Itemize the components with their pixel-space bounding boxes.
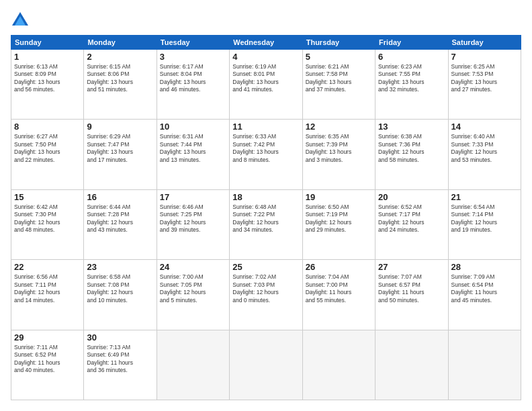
- day-info: Sunrise: 7:00 AM Sunset: 7:05 PM Dayligh…: [160, 273, 226, 304]
- day-cell: 1Sunrise: 6:13 AM Sunset: 8:09 PM Daylig…: [11, 50, 84, 120]
- day-info: Sunrise: 6:21 AM Sunset: 7:58 PM Dayligh…: [306, 63, 372, 94]
- day-number: 10: [160, 122, 226, 132]
- day-info: Sunrise: 6:56 AM Sunset: 7:11 PM Dayligh…: [14, 273, 81, 304]
- day-number: 23: [87, 262, 153, 272]
- day-cell: [448, 330, 521, 400]
- day-info: Sunrise: 6:35 AM Sunset: 7:39 PM Dayligh…: [306, 133, 372, 164]
- day-info: Sunrise: 6:13 AM Sunset: 8:09 PM Dayligh…: [14, 63, 81, 94]
- calendar-table: SundayMondayTuesdayWednesdayThursdayFrid…: [11, 35, 521, 400]
- day-number: 25: [232, 262, 299, 272]
- day-info: Sunrise: 6:15 AM Sunset: 8:06 PM Dayligh…: [87, 63, 153, 94]
- day-header-monday: Monday: [84, 36, 157, 50]
- day-number: 1: [14, 52, 81, 62]
- day-header-friday: Friday: [375, 36, 448, 50]
- day-info: Sunrise: 6:50 AM Sunset: 7:19 PM Dayligh…: [306, 203, 372, 234]
- week-row-1: 8Sunrise: 6:27 AM Sunset: 7:50 PM Daylig…: [11, 120, 521, 189]
- day-cell: 9Sunrise: 6:29 AM Sunset: 7:47 PM Daylig…: [84, 120, 157, 189]
- day-cell: 25Sunrise: 7:02 AM Sunset: 7:03 PM Dayli…: [230, 260, 302, 330]
- day-header-saturday: Saturday: [448, 36, 521, 50]
- day-header-tuesday: Tuesday: [157, 36, 229, 50]
- day-info: Sunrise: 6:48 AM Sunset: 7:22 PM Dayligh…: [232, 203, 299, 234]
- day-number: 4: [232, 52, 299, 62]
- day-cell: 5Sunrise: 6:21 AM Sunset: 7:58 PM Daylig…: [302, 50, 375, 120]
- day-number: 28: [451, 262, 518, 272]
- day-info: Sunrise: 6:42 AM Sunset: 7:30 PM Dayligh…: [14, 203, 81, 234]
- week-row-4: 29Sunrise: 7:11 AM Sunset: 6:52 PM Dayli…: [11, 330, 521, 400]
- day-number: 16: [87, 192, 153, 202]
- day-cell: 20Sunrise: 6:52 AM Sunset: 7:17 PM Dayli…: [375, 189, 448, 259]
- logo-icon: [11, 11, 30, 30]
- day-info: Sunrise: 7:13 AM Sunset: 6:49 PM Dayligh…: [87, 344, 153, 375]
- day-cell: [230, 330, 302, 400]
- day-info: Sunrise: 7:04 AM Sunset: 7:00 PM Dayligh…: [306, 273, 372, 304]
- day-number: 22: [14, 262, 81, 272]
- day-info: Sunrise: 6:17 AM Sunset: 8:04 PM Dayligh…: [160, 63, 226, 94]
- day-cell: 7Sunrise: 6:25 AM Sunset: 7:53 PM Daylig…: [448, 50, 521, 120]
- day-cell: [157, 330, 229, 400]
- day-number: 21: [451, 192, 518, 202]
- day-info: Sunrise: 6:23 AM Sunset: 7:55 PM Dayligh…: [378, 63, 445, 94]
- day-cell: 3Sunrise: 6:17 AM Sunset: 8:04 PM Daylig…: [157, 50, 229, 120]
- day-cell: [302, 330, 375, 400]
- page: SundayMondayTuesdayWednesdayThursdayFrid…: [0, 0, 532, 411]
- day-info: Sunrise: 7:11 AM Sunset: 6:52 PM Dayligh…: [14, 344, 81, 375]
- day-cell: 11Sunrise: 6:33 AM Sunset: 7:42 PM Dayli…: [230, 120, 302, 189]
- day-cell: 28Sunrise: 7:09 AM Sunset: 6:54 PM Dayli…: [448, 260, 521, 330]
- header-row: SundayMondayTuesdayWednesdayThursdayFrid…: [11, 36, 521, 50]
- day-number: 13: [378, 122, 445, 132]
- day-info: Sunrise: 6:25 AM Sunset: 7:53 PM Dayligh…: [451, 63, 518, 94]
- day-number: 8: [14, 122, 81, 132]
- day-info: Sunrise: 6:33 AM Sunset: 7:42 PM Dayligh…: [232, 133, 299, 164]
- week-row-2: 15Sunrise: 6:42 AM Sunset: 7:30 PM Dayli…: [11, 189, 521, 259]
- day-info: Sunrise: 6:38 AM Sunset: 7:36 PM Dayligh…: [378, 133, 445, 164]
- day-cell: 8Sunrise: 6:27 AM Sunset: 7:50 PM Daylig…: [11, 120, 84, 189]
- day-number: 19: [306, 192, 372, 202]
- day-cell: 10Sunrise: 6:31 AM Sunset: 7:44 PM Dayli…: [157, 120, 229, 189]
- day-number: 2: [87, 52, 153, 62]
- day-cell: 15Sunrise: 6:42 AM Sunset: 7:30 PM Dayli…: [11, 189, 84, 259]
- day-number: 6: [378, 52, 445, 62]
- header: [11, 11, 521, 30]
- day-cell: [375, 330, 448, 400]
- day-info: Sunrise: 6:44 AM Sunset: 7:28 PM Dayligh…: [87, 203, 153, 234]
- day-info: Sunrise: 7:09 AM Sunset: 6:54 PM Dayligh…: [451, 273, 518, 304]
- day-info: Sunrise: 6:58 AM Sunset: 7:08 PM Dayligh…: [87, 273, 153, 304]
- week-row-0: 1Sunrise: 6:13 AM Sunset: 8:09 PM Daylig…: [11, 50, 521, 120]
- day-number: 20: [378, 192, 445, 202]
- day-cell: 22Sunrise: 6:56 AM Sunset: 7:11 PM Dayli…: [11, 260, 84, 330]
- day-number: 7: [451, 52, 518, 62]
- day-number: 18: [232, 192, 299, 202]
- day-cell: 12Sunrise: 6:35 AM Sunset: 7:39 PM Dayli…: [302, 120, 375, 189]
- day-number: 9: [87, 122, 153, 132]
- day-cell: 24Sunrise: 7:00 AM Sunset: 7:05 PM Dayli…: [157, 260, 229, 330]
- day-cell: 4Sunrise: 6:19 AM Sunset: 8:01 PM Daylig…: [230, 50, 302, 120]
- day-info: Sunrise: 6:27 AM Sunset: 7:50 PM Dayligh…: [14, 133, 81, 164]
- day-number: 12: [306, 122, 372, 132]
- day-number: 15: [14, 192, 81, 202]
- day-number: 24: [160, 262, 226, 272]
- day-cell: 23Sunrise: 6:58 AM Sunset: 7:08 PM Dayli…: [84, 260, 157, 330]
- day-number: 11: [232, 122, 299, 132]
- day-info: Sunrise: 6:31 AM Sunset: 7:44 PM Dayligh…: [160, 133, 226, 164]
- day-cell: 6Sunrise: 6:23 AM Sunset: 7:55 PM Daylig…: [375, 50, 448, 120]
- calendar-body: 1Sunrise: 6:13 AM Sunset: 8:09 PM Daylig…: [11, 50, 521, 400]
- day-number: 30: [87, 332, 153, 342]
- day-info: Sunrise: 6:40 AM Sunset: 7:33 PM Dayligh…: [451, 133, 518, 164]
- day-cell: 2Sunrise: 6:15 AM Sunset: 8:06 PM Daylig…: [84, 50, 157, 120]
- day-cell: 18Sunrise: 6:48 AM Sunset: 7:22 PM Dayli…: [230, 189, 302, 259]
- day-cell: 17Sunrise: 6:46 AM Sunset: 7:25 PM Dayli…: [157, 189, 229, 259]
- day-header-sunday: Sunday: [11, 36, 84, 50]
- day-info: Sunrise: 6:19 AM Sunset: 8:01 PM Dayligh…: [232, 63, 299, 94]
- day-header-thursday: Thursday: [302, 36, 375, 50]
- day-cell: 16Sunrise: 6:44 AM Sunset: 7:28 PM Dayli…: [84, 189, 157, 259]
- day-number: 3: [160, 52, 226, 62]
- day-header-wednesday: Wednesday: [230, 36, 302, 50]
- day-cell: 19Sunrise: 6:50 AM Sunset: 7:19 PM Dayli…: [302, 189, 375, 259]
- day-info: Sunrise: 6:29 AM Sunset: 7:47 PM Dayligh…: [87, 133, 153, 164]
- day-info: Sunrise: 6:52 AM Sunset: 7:17 PM Dayligh…: [378, 203, 445, 234]
- week-row-3: 22Sunrise: 6:56 AM Sunset: 7:11 PM Dayli…: [11, 260, 521, 330]
- day-info: Sunrise: 7:07 AM Sunset: 6:57 PM Dayligh…: [378, 273, 445, 304]
- day-number: 17: [160, 192, 226, 202]
- day-cell: 27Sunrise: 7:07 AM Sunset: 6:57 PM Dayli…: [375, 260, 448, 330]
- day-info: Sunrise: 6:54 AM Sunset: 7:14 PM Dayligh…: [451, 203, 518, 234]
